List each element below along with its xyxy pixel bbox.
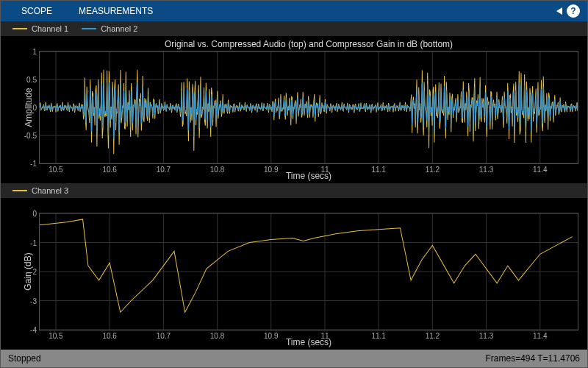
tab-measurements[interactable]: MEASUREMENTS [65,1,166,21]
plot-title-empty [39,201,578,213]
legend-plot2: Channel 3 [1,183,587,198]
chevron-left-icon [556,7,562,15]
axes-box-1: Amplitude Time (secs) -1-0.500.5110.510.… [39,51,578,164]
waveform-svg [40,52,578,163]
swatch-yellow-icon [12,190,27,191]
plot-title: Original vs. Compressed Audio (top) and … [39,39,578,51]
plot-audio[interactable]: Original vs. Compressed Audio (top) and … [1,36,587,183]
status-right: Frames=494 T=11.4706 [485,353,580,364]
gain-svg [40,213,578,330]
legend-item-ch1: Channel 1 [12,24,68,33]
legend-label: Channel 2 [101,24,137,33]
plot-gain[interactable]: Gain (dB) Time (secs) -4-3-2-1010.510.61… [1,198,587,350]
legend-plot1: Channel 1 Channel 2 [1,21,587,36]
help-icon[interactable]: ? [567,4,580,18]
statusbar: Stopped Frames=494 T=11.4706 [1,350,587,367]
legend-item-ch2: Channel 2 [82,24,137,33]
swatch-yellow-icon [12,28,27,29]
status-left: Stopped [8,353,41,364]
swatch-blue-icon [82,28,96,29]
tab-scope[interactable]: SCOPE [8,1,65,21]
toolbar: SCOPE MEASUREMENTS ? [1,1,587,21]
axes-box-2: Gain (dB) Time (secs) -4-3-2-1010.510.61… [39,213,578,330]
legend-label: Channel 3 [32,186,68,195]
legend-label: Channel 1 [32,24,68,33]
